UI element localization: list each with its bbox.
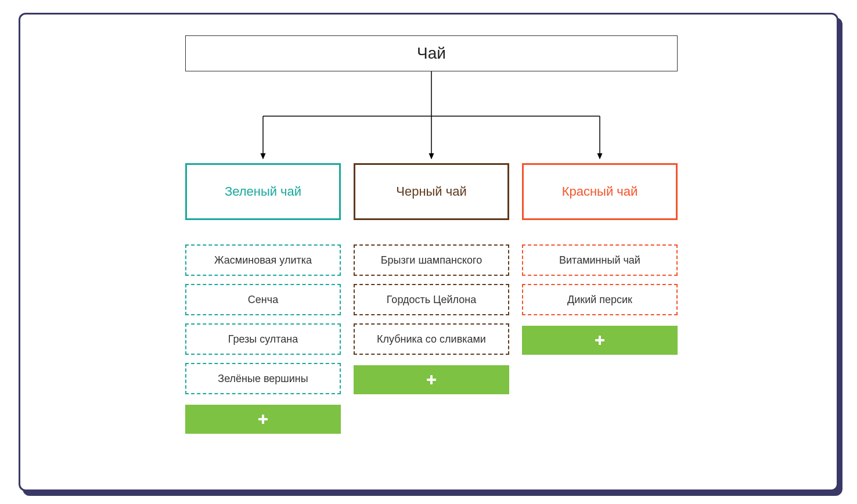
tea-item-label: Брызги шампанского [381,254,482,267]
diagram-canvas: Чай Зеленый чай Жасминовая улитка Сенча … [20,15,837,489]
category-red[interactable]: Красный чай [522,163,678,220]
diagram-frame: Чай Зеленый чай Жасминовая улитка Сенча … [19,13,838,491]
root-node: Чай [185,35,678,71]
category-green[interactable]: Зеленый чай [185,163,341,220]
tea-item[interactable]: Витаминный чай [522,244,678,276]
category-label: Черный чай [396,184,466,199]
tea-item-label: Витаминный чай [559,254,640,267]
category-label: Красный чай [562,184,638,199]
plus-icon [258,415,268,424]
add-item-button-red[interactable] [522,326,678,355]
tea-item[interactable]: Жасминовая улитка [185,244,341,276]
tea-item[interactable]: Клубника со сливками [354,323,509,355]
tea-item[interactable]: Зелёные вершины [185,363,341,394]
tea-item-label: Сенча [248,294,278,306]
plus-icon [595,336,604,345]
tea-item[interactable]: Грезы султана [185,323,341,355]
category-label: Зеленый чай [225,184,301,199]
tea-item[interactable]: Брызги шампанского [354,244,509,276]
tea-item-label: Жасминовая улитка [214,254,312,267]
tea-item[interactable]: Сенча [185,284,341,315]
add-item-button-black[interactable] [354,365,509,394]
category-black[interactable]: Черный чай [354,163,509,220]
add-item-button-green[interactable] [185,405,341,434]
tea-item-label: Гордость Цейлона [387,294,476,306]
root-label: Чай [417,44,446,63]
tea-item-label: Дикий персик [567,294,632,306]
plus-icon [427,375,436,384]
tea-item-label: Грезы султана [228,333,298,345]
tea-item-label: Зелёные вершины [218,373,308,385]
tea-item-label: Клубника со сливками [377,333,486,345]
tea-item[interactable]: Гордость Цейлона [354,284,509,315]
tea-item[interactable]: Дикий персик [522,284,678,315]
